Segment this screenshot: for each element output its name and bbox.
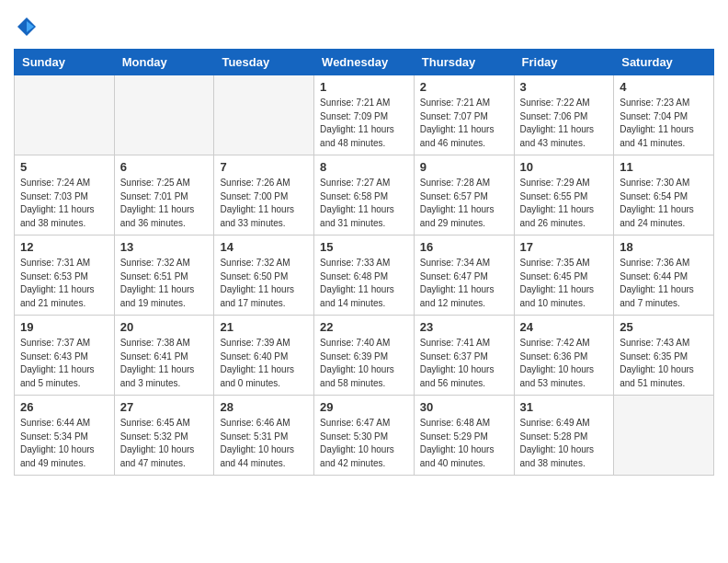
day-info: Sunrise: 7:30 AM Sunset: 6:54 PM Dayligh… (620, 177, 708, 230)
day-number: 10 (520, 160, 609, 174)
calendar-table: SundayMondayTuesdayWednesdayThursdayFrid… (14, 49, 714, 476)
calendar-cell: 10Sunrise: 7:29 AM Sunset: 6:55 PM Dayli… (514, 155, 614, 236)
day-number: 14 (220, 240, 308, 254)
day-info: Sunrise: 7:21 AM Sunset: 7:09 PM Dayligh… (320, 97, 408, 150)
calendar-cell: 17Sunrise: 7:35 AM Sunset: 6:45 PM Dayli… (514, 236, 614, 316)
day-number: 24 (520, 320, 609, 334)
calendar-cell: 24Sunrise: 7:42 AM Sunset: 6:36 PM Dayli… (514, 316, 614, 396)
day-number: 11 (620, 160, 708, 174)
calendar-cell: 21Sunrise: 7:39 AM Sunset: 6:40 PM Dayli… (214, 316, 314, 396)
calendar-weekday-tuesday: Tuesday (214, 50, 314, 75)
calendar-cell: 31Sunrise: 6:49 AM Sunset: 5:28 PM Dayli… (514, 396, 614, 476)
day-info: Sunrise: 7:40 AM Sunset: 6:39 PM Dayligh… (320, 337, 408, 390)
calendar-cell: 6Sunrise: 7:25 AM Sunset: 7:01 PM Daylig… (114, 155, 214, 236)
calendar-cell: 19Sunrise: 7:37 AM Sunset: 6:43 PM Dayli… (15, 316, 115, 396)
day-number: 22 (320, 320, 408, 334)
day-number: 25 (620, 320, 708, 334)
day-number: 30 (420, 400, 508, 414)
calendar-cell: 3Sunrise: 7:22 AM Sunset: 7:06 PM Daylig… (514, 75, 614, 155)
calendar-cell: 30Sunrise: 6:48 AM Sunset: 5:29 PM Dayli… (414, 396, 514, 476)
calendar-cell: 18Sunrise: 7:36 AM Sunset: 6:44 PM Dayli… (614, 236, 714, 316)
day-number: 5 (20, 160, 108, 174)
day-info: Sunrise: 7:38 AM Sunset: 6:41 PM Dayligh… (120, 337, 209, 390)
logo-icon (14, 14, 40, 40)
day-info: Sunrise: 7:23 AM Sunset: 7:04 PM Dayligh… (620, 97, 708, 150)
day-number: 27 (120, 400, 209, 414)
day-info: Sunrise: 7:35 AM Sunset: 6:45 PM Dayligh… (520, 257, 609, 310)
calendar-cell: 11Sunrise: 7:30 AM Sunset: 6:54 PM Dayli… (614, 155, 714, 236)
calendar-cell: 29Sunrise: 6:47 AM Sunset: 5:30 PM Dayli… (314, 396, 415, 476)
calendar-weekday-saturday: Saturday (614, 50, 714, 75)
day-info: Sunrise: 6:47 AM Sunset: 5:30 PM Dayligh… (320, 417, 408, 470)
calendar-cell: 14Sunrise: 7:32 AM Sunset: 6:50 PM Dayli… (214, 236, 314, 316)
day-info: Sunrise: 7:29 AM Sunset: 6:55 PM Dayligh… (520, 177, 609, 230)
day-info: Sunrise: 6:44 AM Sunset: 5:34 PM Dayligh… (20, 417, 108, 470)
calendar-header-row: SundayMondayTuesdayWednesdayThursdayFrid… (15, 50, 714, 75)
calendar-cell: 26Sunrise: 6:44 AM Sunset: 5:34 PM Dayli… (15, 396, 115, 476)
day-info: Sunrise: 7:34 AM Sunset: 6:47 PM Dayligh… (420, 257, 508, 310)
day-info: Sunrise: 7:41 AM Sunset: 6:37 PM Dayligh… (420, 337, 508, 390)
calendar-weekday-thursday: Thursday (414, 50, 514, 75)
day-info: Sunrise: 7:32 AM Sunset: 6:50 PM Dayligh… (220, 257, 308, 310)
day-number: 8 (320, 160, 408, 174)
day-info: Sunrise: 7:25 AM Sunset: 7:01 PM Dayligh… (120, 177, 209, 230)
day-number: 6 (120, 160, 209, 174)
day-number: 1 (320, 80, 408, 94)
day-number: 17 (520, 240, 609, 254)
calendar-cell: 20Sunrise: 7:38 AM Sunset: 6:41 PM Dayli… (114, 316, 214, 396)
calendar-cell: 1Sunrise: 7:21 AM Sunset: 7:09 PM Daylig… (314, 75, 415, 155)
day-number: 12 (20, 240, 108, 254)
calendar-weekday-monday: Monday (114, 50, 214, 75)
day-info: Sunrise: 6:46 AM Sunset: 5:31 PM Dayligh… (220, 417, 308, 470)
calendar-cell: 13Sunrise: 7:32 AM Sunset: 6:51 PM Dayli… (114, 236, 214, 316)
day-number: 21 (220, 320, 308, 334)
logo (14, 14, 43, 40)
calendar-cell (614, 396, 714, 476)
day-number: 15 (320, 240, 408, 254)
day-info: Sunrise: 7:32 AM Sunset: 6:51 PM Dayligh… (120, 257, 209, 310)
calendar-cell: 4Sunrise: 7:23 AM Sunset: 7:04 PM Daylig… (614, 75, 714, 155)
day-info: Sunrise: 7:36 AM Sunset: 6:44 PM Dayligh… (620, 257, 708, 310)
calendar-week-row: 26Sunrise: 6:44 AM Sunset: 5:34 PM Dayli… (15, 396, 714, 476)
calendar-weekday-wednesday: Wednesday (314, 50, 415, 75)
day-info: Sunrise: 6:48 AM Sunset: 5:29 PM Dayligh… (420, 417, 508, 470)
day-info: Sunrise: 7:27 AM Sunset: 6:58 PM Dayligh… (320, 177, 408, 230)
day-number: 18 (620, 240, 708, 254)
calendar-cell: 22Sunrise: 7:40 AM Sunset: 6:39 PM Dayli… (314, 316, 415, 396)
calendar-cell: 15Sunrise: 7:33 AM Sunset: 6:48 PM Dayli… (314, 236, 415, 316)
day-number: 28 (220, 400, 308, 414)
day-info: Sunrise: 6:49 AM Sunset: 5:28 PM Dayligh… (520, 417, 609, 470)
day-number: 16 (420, 240, 508, 254)
calendar-week-row: 1Sunrise: 7:21 AM Sunset: 7:09 PM Daylig… (15, 75, 714, 155)
calendar-week-row: 5Sunrise: 7:24 AM Sunset: 7:03 PM Daylig… (15, 155, 714, 236)
day-number: 19 (20, 320, 108, 334)
day-number: 9 (420, 160, 508, 174)
day-info: Sunrise: 7:21 AM Sunset: 7:07 PM Dayligh… (420, 97, 508, 150)
calendar-week-row: 12Sunrise: 7:31 AM Sunset: 6:53 PM Dayli… (15, 236, 714, 316)
day-info: Sunrise: 7:33 AM Sunset: 6:48 PM Dayligh… (320, 257, 408, 310)
day-number: 4 (620, 80, 708, 94)
day-number: 13 (120, 240, 209, 254)
day-number: 2 (420, 80, 508, 94)
calendar-cell: 27Sunrise: 6:45 AM Sunset: 5:32 PM Dayli… (114, 396, 214, 476)
day-info: Sunrise: 7:24 AM Sunset: 7:03 PM Dayligh… (20, 177, 108, 230)
day-info: Sunrise: 7:28 AM Sunset: 6:57 PM Dayligh… (420, 177, 508, 230)
day-info: Sunrise: 7:31 AM Sunset: 6:53 PM Dayligh… (20, 257, 108, 310)
day-info: Sunrise: 7:39 AM Sunset: 6:40 PM Dayligh… (220, 337, 308, 390)
calendar-cell: 5Sunrise: 7:24 AM Sunset: 7:03 PM Daylig… (15, 155, 115, 236)
day-info: Sunrise: 7:22 AM Sunset: 7:06 PM Dayligh… (520, 97, 609, 150)
calendar-cell: 12Sunrise: 7:31 AM Sunset: 6:53 PM Dayli… (15, 236, 115, 316)
calendar-cell: 7Sunrise: 7:26 AM Sunset: 7:00 PM Daylig… (214, 155, 314, 236)
calendar-cell: 9Sunrise: 7:28 AM Sunset: 6:57 PM Daylig… (414, 155, 514, 236)
calendar-cell (114, 75, 214, 155)
calendar-cell (15, 75, 115, 155)
calendar-cell: 16Sunrise: 7:34 AM Sunset: 6:47 PM Dayli… (414, 236, 514, 316)
calendar-week-row: 19Sunrise: 7:37 AM Sunset: 6:43 PM Dayli… (15, 316, 714, 396)
day-info: Sunrise: 7:37 AM Sunset: 6:43 PM Dayligh… (20, 337, 108, 390)
day-number: 29 (320, 400, 408, 414)
day-number: 20 (120, 320, 209, 334)
calendar-cell: 23Sunrise: 7:41 AM Sunset: 6:37 PM Dayli… (414, 316, 514, 396)
calendar-cell: 25Sunrise: 7:43 AM Sunset: 6:35 PM Dayli… (614, 316, 714, 396)
day-number: 3 (520, 80, 609, 94)
day-info: Sunrise: 7:26 AM Sunset: 7:00 PM Dayligh… (220, 177, 308, 230)
